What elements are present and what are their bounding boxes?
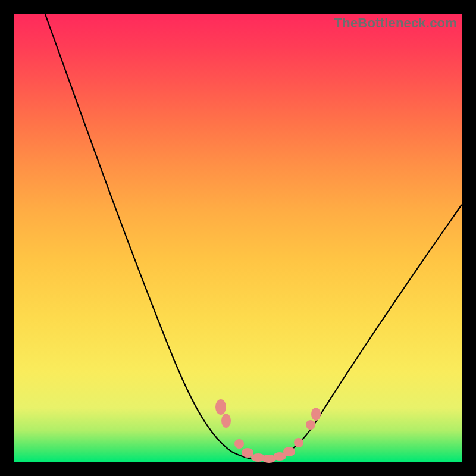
outer-frame: TheBottleneck.com [0,0,476,476]
marker-bead [221,414,231,428]
marker-bead [215,399,226,415]
marker-bead [306,420,315,430]
marker-group [215,399,321,463]
marker-bead [311,408,321,421]
marker-bead [283,447,295,456]
marker-bead [234,439,244,449]
chart-svg [14,14,462,462]
bottleneck-curve [45,14,462,460]
plot-area: TheBottleneck.com [14,14,462,462]
marker-bead [294,438,303,447]
